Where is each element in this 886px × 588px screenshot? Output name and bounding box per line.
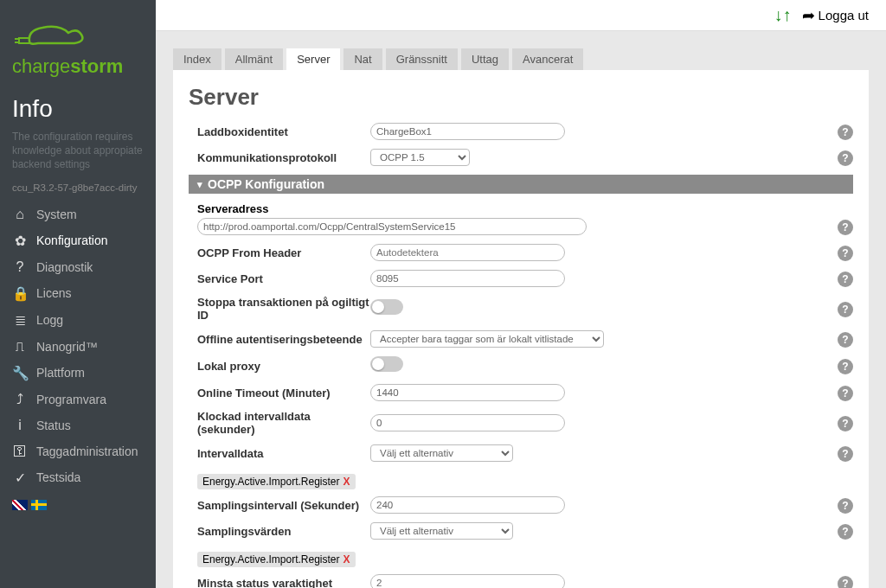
version-text: ccu_R3.2-57-g8be7acc-dirty [0, 181, 156, 201]
gear-icon: ✿ [12, 233, 28, 249]
home-icon: ⌂ [12, 207, 28, 222]
logout-button[interactable]: ➦ Logga ut [802, 6, 869, 25]
tab-server[interactable]: Server [286, 48, 340, 70]
help-icon[interactable]: ? [838, 498, 853, 514]
local-proxy-toggle[interactable] [370, 356, 403, 372]
tab-bar: Index Allmänt Server Nat Gränssnitt Utta… [173, 48, 869, 70]
help-icon[interactable]: ? [838, 359, 853, 374]
help-icon[interactable]: ? [838, 576, 853, 589]
label-service-port: Service Port [197, 272, 370, 285]
sidebar-item-logg[interactable]: ≣Logg [0, 307, 156, 334]
sidebar-item-label: System [36, 208, 77, 221]
logout-label: Logga ut [819, 8, 869, 22]
sidebar-item-plattform[interactable]: 🔧Plattform [0, 360, 156, 387]
svg-rect-0 [19, 38, 29, 43]
help-icon[interactable]: ? [838, 220, 853, 235]
sidebar-title: Info [0, 95, 156, 130]
sidebar-item-konfiguration[interactable]: ✿Konfiguration [0, 227, 156, 254]
label-identity: Laddboxidentitet [197, 125, 370, 138]
label-clocked-interval: Klockad intervalldata (sekunder) [197, 410, 370, 436]
server-address-input[interactable] [197, 218, 587, 235]
info-icon: i [12, 418, 28, 433]
interval-data-select[interactable]: Välj ett alternativ [370, 444, 513, 462]
label-protocol: Kommunikationsprotokoll [197, 151, 370, 164]
help-icon[interactable]: ? [838, 386, 853, 401]
offline-auth-select[interactable]: Accepter bara taggar som är lokalt vitli… [370, 330, 604, 348]
upload-icon: ⤴ [12, 392, 28, 407]
help-icon[interactable]: ? [838, 332, 853, 348]
sidebar-item-label: Konfiguration [36, 233, 108, 247]
sidebar-item-testsida[interactable]: ✓Testsida [0, 464, 156, 491]
sidebar-item-label: Licens [36, 286, 71, 300]
panel-server: Server Laddboxidentitet ? Kommunikations… [173, 70, 869, 588]
list-icon: ≣ [12, 312, 28, 329]
help-icon[interactable]: ? [838, 246, 853, 261]
min-status-input[interactable] [370, 574, 565, 588]
sidebar-item-label: Programvara [36, 393, 106, 406]
section-ocpp-header[interactable]: OCPP Konfiguration [189, 175, 853, 194]
sidebar-item-label: Testsida [36, 470, 80, 484]
tab-granssnitt[interactable]: Gränssnitt [386, 48, 458, 70]
language-flags [0, 491, 156, 519]
sampling-values-select[interactable]: Välj ett alternativ [370, 522, 513, 540]
help-icon[interactable]: ? [838, 272, 853, 287]
sidebar-item-system[interactable]: ⌂System [0, 201, 156, 227]
clocked-interval-input[interactable] [370, 414, 565, 431]
tab-nat[interactable]: Nat [343, 48, 382, 70]
chip-remove-icon[interactable]: X [343, 476, 350, 488]
sidebar-item-licens[interactable]: 🔒Licens [0, 280, 156, 307]
sidebar-item-diagnostik[interactable]: ?Diagnostik [0, 254, 156, 280]
chip-sampling: Energy.Active.Import.RegisterX [197, 552, 356, 567]
identity-input[interactable] [370, 123, 565, 140]
from-header-input[interactable] [370, 244, 565, 261]
protocol-select[interactable]: OCPP 1.5 [370, 149, 470, 166]
sidebar-item-label: Diagnostik [36, 260, 93, 274]
sampling-interval-input[interactable] [370, 496, 565, 514]
sidebar-item-label: Plattform [36, 366, 85, 380]
tab-index[interactable]: Index [173, 48, 222, 70]
help-icon[interactable]: ? [838, 125, 853, 140]
sidebar-item-nanogrid[interactable]: ⎍Nanogrid™ [0, 334, 156, 360]
online-timeout-input[interactable] [370, 384, 565, 401]
sidebar-item-taggadministration[interactable]: ⚿Taggadministration [0, 438, 156, 464]
stop-tx-toggle[interactable] [370, 299, 403, 315]
label-server-address: Serveradress [197, 202, 853, 215]
sidebar-item-label: Status [36, 419, 71, 432]
wrench-icon: 🔧 [12, 365, 28, 381]
logout-icon: ➦ [802, 6, 815, 25]
chip-interval: Energy.Active.Import.RegisterX [197, 474, 356, 489]
help-icon[interactable]: ? [838, 416, 853, 431]
tab-uttag[interactable]: Uttag [461, 48, 509, 70]
sidebar-item-status[interactable]: iStatus [0, 412, 156, 438]
chip-remove-icon[interactable]: X [343, 553, 350, 566]
label-local-proxy: Lokal proxy [197, 360, 370, 373]
help-icon[interactable]: ? [838, 524, 853, 540]
help-icon[interactable]: ? [838, 446, 853, 462]
lock-icon: 🔒 [12, 285, 28, 302]
label-sampling-interval: Samplingsintervall (Sekunder) [197, 499, 370, 512]
label-stop-tx: Stoppa transaktionen på ogiltigt ID [197, 296, 370, 322]
sidebar-item-label: Logg [36, 313, 63, 327]
tab-avancerat[interactable]: Avancerat [512, 48, 583, 70]
label-min-status: Minsta status varaktighet [197, 577, 370, 589]
sidebar-desc: The configuration requires knowledge abo… [0, 130, 156, 181]
check-icon: ✓ [12, 470, 28, 486]
brand-part1: charge [12, 55, 70, 77]
logo: chargestorm [0, 9, 156, 95]
sidebar: chargestorm Info The configuration requi… [0, 0, 156, 588]
sync-icon[interactable]: ↓↑ [774, 5, 792, 25]
page-title: Server [189, 84, 853, 111]
help-icon[interactable]: ? [838, 150, 853, 166]
sidebar-item-label: Taggadministration [36, 444, 138, 458]
sidebar-item-programvara[interactable]: ⤴Programvara [0, 387, 156, 412]
label-online-timeout: Online Timeout (Minuter) [197, 387, 370, 399]
key-icon: ⚿ [12, 444, 28, 459]
tab-allmant[interactable]: Allmänt [225, 48, 283, 70]
flag-uk-icon[interactable] [12, 500, 28, 510]
logo-icon [12, 17, 90, 52]
flag-se-icon[interactable] [31, 500, 47, 510]
label-sampling-values: Samplingsvärden [197, 525, 370, 538]
help-icon[interactable]: ? [838, 302, 853, 317]
service-port-input[interactable] [370, 270, 565, 287]
topbar: ↓↑ ➦ Logga ut [156, 0, 886, 31]
